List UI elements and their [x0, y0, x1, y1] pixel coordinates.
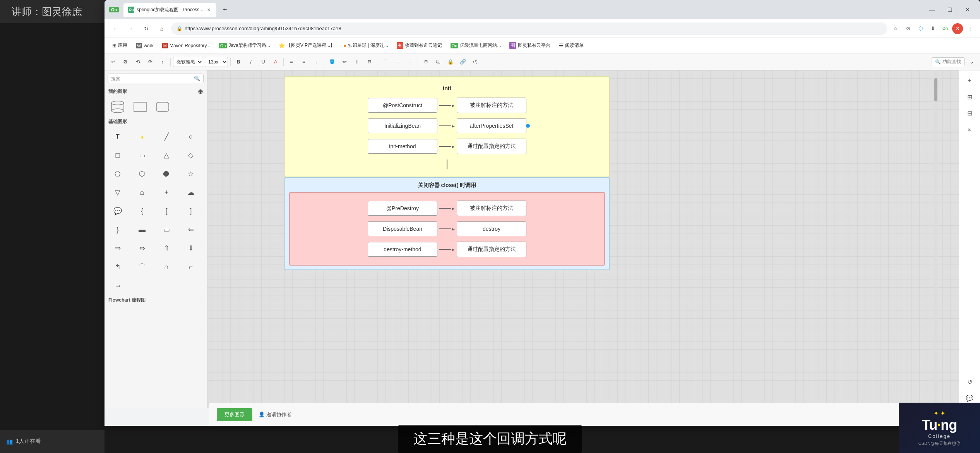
toolbar-link[interactable]: 🔗	[457, 57, 468, 67]
bookmark-tuling-cloud[interactable]: 图 图灵私有云平台	[506, 41, 553, 50]
toolbar-lines[interactable]: ⦀	[351, 57, 362, 67]
shape-curly[interactable]: }	[108, 221, 128, 238]
shape-wave[interactable]: ∩	[156, 258, 176, 275]
toolbar-align-left[interactable]: ≡	[286, 57, 297, 67]
toolbar-lock[interactable]: 🔒	[445, 57, 456, 67]
bookmark-btn[interactable]: ☆	[890, 23, 901, 34]
reload-btn[interactable]: ↻	[140, 22, 152, 35]
shape-house[interactable]: ⌂	[132, 184, 152, 201]
bookmark-youdao[interactable]: 有 收藏到有道云笔记	[394, 41, 445, 50]
tab-close-btn[interactable]: ✕	[206, 7, 212, 13]
shape-cloud[interactable]: ☁	[181, 184, 201, 201]
shape-arc[interactable]: ⌒	[132, 258, 152, 275]
sidebar-search[interactable]: 🔍	[108, 74, 204, 83]
back-btn[interactable]: ←	[109, 22, 122, 35]
shape-speech[interactable]: 💬	[108, 202, 128, 220]
toolbar-dashes[interactable]: ⊟	[364, 57, 375, 67]
browser-tab-active[interactable]: On springioc加载流程图 - Process... ✕	[123, 3, 216, 17]
home-btn[interactable]: ⌂	[156, 22, 168, 35]
my-shape-cylinder[interactable]	[108, 98, 128, 115]
destroy-box-0-right[interactable]: 被注解标注的方法	[457, 201, 526, 216]
flow-box-1-left[interactable]: InitializingBean	[368, 118, 437, 133]
shape-rect2[interactable]: ▬	[132, 221, 152, 238]
shape-small-rect[interactable]: ▭	[108, 277, 128, 294]
toolbar-more[interactable]: ⌄	[966, 57, 977, 67]
shape-arrow-down[interactable]: ⇓	[181, 240, 201, 257]
bookmark-maven[interactable]: M Maven Repository...	[159, 42, 214, 50]
history-btn[interactable]: ⊘	[903, 23, 913, 34]
toolbar-italic[interactable]: I	[245, 57, 256, 67]
shape-hexagon[interactable]: ⬡	[132, 165, 152, 182]
destroy-box-1-left[interactable]: DisposableBean	[368, 221, 437, 236]
shape-note[interactable]: ⬧	[132, 128, 152, 145]
toolbar-curve[interactable]: ⌒	[380, 57, 391, 67]
history-panel-btn[interactable]: ↺	[963, 375, 977, 389]
flow-box-2-left[interactable]: init-method	[368, 139, 437, 154]
invite-btn[interactable]: 👤 邀请协作者	[259, 411, 291, 418]
shape-pentagon[interactable]: ⬠	[108, 165, 128, 182]
bookmark-ecommerce[interactable]: On 亿级流量电商网站...	[447, 41, 504, 50]
shape-rect[interactable]: □	[108, 147, 128, 164]
shape-arrow-lr[interactable]: ⇔	[132, 240, 152, 257]
toolbar-up[interactable]: ↑	[157, 57, 168, 67]
user-avatar[interactable]: X	[952, 23, 963, 34]
destroy-box-1-right[interactable]: destroy	[457, 221, 526, 236]
profileon-btn[interactable]: On	[940, 23, 951, 34]
flow-box-0-left[interactable]: @PostConstruct	[368, 98, 437, 113]
zoom-in-btn[interactable]: +	[963, 74, 977, 88]
flow-box-0-right[interactable]: 被注解标注的方法	[457, 98, 526, 113]
fit-page-btn[interactable]: ⊞	[963, 90, 977, 104]
shape-bracket-r[interactable]: ]	[181, 202, 201, 220]
new-tab-btn[interactable]: +	[219, 4, 230, 15]
shape-diamond[interactable]: ◇	[181, 147, 201, 164]
font-selector[interactable]: 微软雅黑	[173, 57, 203, 67]
my-shape-rect[interactable]	[130, 98, 150, 115]
shape-arrow-right[interactable]: ⇒	[108, 240, 128, 257]
shape-star[interactable]: ☆	[181, 165, 201, 182]
minimize-btn[interactable]: —	[924, 4, 940, 15]
url-bar[interactable]: 🔒 https://www.processson.com/diagraming/…	[171, 22, 887, 35]
more-shapes-btn[interactable]: 更多图形	[217, 408, 252, 421]
destroy-box-2-left[interactable]: destroy-method	[368, 242, 437, 257]
shape-brace-l[interactable]: {	[132, 202, 152, 220]
bookmark-reading[interactable]: ☰ 阅读清单	[556, 41, 587, 50]
toolbar-line-h[interactable]: —	[392, 57, 403, 67]
shape-stadium[interactable]: ▭	[156, 221, 176, 238]
my-shape-rounded[interactable]	[152, 98, 173, 115]
extensions-btn[interactable]: ⬡	[915, 23, 926, 34]
shape-arrow-up[interactable]: ⇑	[156, 240, 176, 257]
download-btn[interactable]: ⬇	[927, 23, 938, 34]
toolbar-pencil[interactable]: ✏	[339, 57, 350, 67]
toolbar-undo[interactable]: ↩	[108, 57, 118, 67]
bookmark-apps[interactable]: ⊞ 应用	[109, 41, 130, 50]
minimap-btn[interactable]: ⊡	[963, 122, 977, 136]
forward-btn[interactable]: →	[125, 22, 137, 35]
shape-line[interactable]: ╱	[156, 128, 176, 145]
shape-down-tri[interactable]: ▽	[108, 184, 128, 201]
menu-btn[interactable]: ⋮	[965, 23, 975, 34]
my-shapes-add[interactable]: ⊕	[198, 88, 203, 95]
shape-cross[interactable]: +	[156, 184, 176, 201]
toolbar-fill[interactable]: 🪣	[327, 57, 338, 67]
bookmark-work[interactable]: W work	[133, 42, 157, 50]
toolbar-redo[interactable]: ⟳	[145, 57, 156, 67]
shape-bracket-l[interactable]: [	[156, 202, 176, 220]
canvas-area[interactable]: init @PostConstruct 被注解标注的方法 Initializin…	[207, 70, 959, 408]
close-btn[interactable]: ✕	[960, 4, 975, 15]
zoom-out-btn[interactable]: ⊟	[963, 106, 977, 120]
toolbar-undo2[interactable]: ⟲	[132, 57, 143, 67]
toolbar-copy[interactable]: ⿻	[433, 57, 444, 67]
bookmark-java[interactable]: On Java架构师学习路...	[216, 41, 273, 50]
shape-arrow-ul[interactable]: ↰	[108, 258, 128, 275]
toolbar-color[interactable]: A	[270, 57, 281, 67]
toolbar-group[interactable]: ⊞	[420, 57, 431, 67]
bookmark-tuling[interactable]: ⭐ 【图灵VIP严选课程...】	[276, 41, 338, 50]
shape-text[interactable]: T	[108, 128, 128, 145]
shape-octagon[interactable]: ⯃	[156, 165, 176, 182]
toolbar-arrow-r[interactable]: →	[404, 57, 415, 67]
scrollbar-thumb[interactable]	[934, 78, 937, 101]
shape-rounded-rect[interactable]: ▭	[132, 147, 152, 164]
toolbar-settings[interactable]: ⚙	[120, 57, 131, 67]
toolbar-align-center[interactable]: ≡	[298, 57, 309, 67]
toolbar-align-right[interactable]: ⫶	[311, 57, 322, 67]
